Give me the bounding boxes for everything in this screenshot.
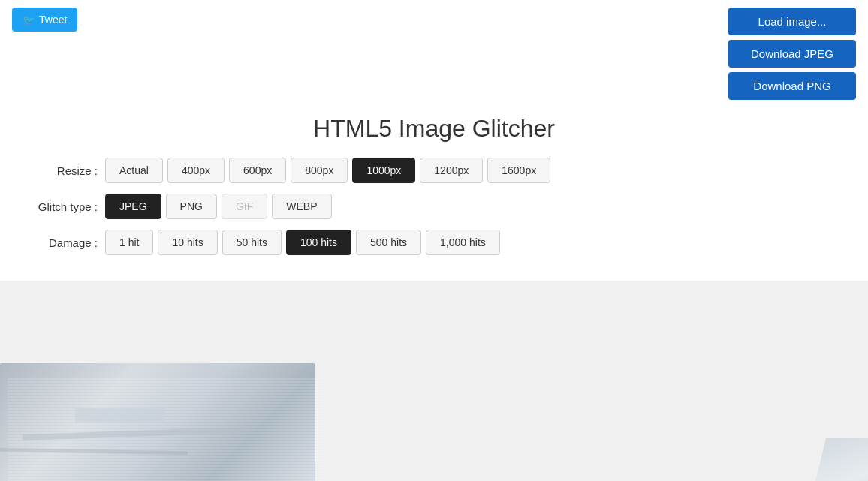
glitch-type-png[interactable]: PNG — [166, 194, 217, 219]
resize-800px[interactable]: 800px — [291, 158, 348, 183]
tweet-button[interactable]: Tweet — [12, 8, 77, 32]
top-bar: Tweet Load image... Download JPEG Downlo… — [0, 0, 868, 107]
glitch-type-row: Glitch type : JPEG PNG GIF WEBP — [23, 194, 845, 219]
damage-10hits[interactable]: 10 hits — [158, 230, 217, 255]
glitch-type-jpeg[interactable]: JPEG — [105, 194, 161, 219]
damage-btn-group: 1 hit 10 hits 50 hits 100 hits 500 hits … — [105, 230, 500, 255]
damage-1hit[interactable]: 1 hit — [105, 230, 153, 255]
resize-600px[interactable]: 600px — [229, 158, 286, 183]
resize-row: Resize : Actual 400px 600px 800px 1000px… — [23, 158, 845, 183]
page-title: HTML5 Image Glitcher — [0, 115, 868, 143]
resize-label: Resize : — [23, 164, 98, 177]
resize-1200px[interactable]: 1200px — [420, 158, 483, 183]
download-jpeg-button[interactable]: Download JPEG — [728, 40, 856, 68]
glitch-image-left — [0, 363, 315, 481]
glitch-block — [75, 408, 165, 423]
glitch-stripe-1 — [23, 427, 248, 440]
load-image-button[interactable]: Load image... — [728, 8, 856, 35]
resize-1000px[interactable]: 1000px — [352, 158, 415, 183]
glitch-type-btn-group: JPEG PNG GIF WEBP — [105, 194, 332, 219]
title-section: HTML5 Image Glitcher — [0, 107, 868, 158]
glitch-stripe-2 — [0, 448, 188, 455]
damage-1000hits[interactable]: 1,000 hits — [426, 230, 500, 255]
resize-btn-group: Actual 400px 600px 800px 1000px 1200px 1… — [105, 158, 550, 183]
damage-100hits[interactable]: 100 hits — [286, 230, 351, 255]
glitch-artifact-right — [808, 438, 868, 481]
right-buttons: Load image... Download JPEG Download PNG — [728, 8, 856, 100]
resize-400px[interactable]: 400px — [167, 158, 225, 183]
glitch-type-gif[interactable]: GIF — [222, 194, 267, 219]
canvas-area — [0, 281, 868, 481]
controls: Resize : Actual 400px 600px 800px 1000px… — [0, 158, 868, 281]
download-png-button[interactable]: Download PNG — [728, 72, 856, 100]
damage-50hits[interactable]: 50 hits — [222, 230, 282, 255]
glitch-type-label: Glitch type : — [23, 200, 98, 213]
resize-actual[interactable]: Actual — [105, 158, 163, 183]
damage-500hits[interactable]: 500 hits — [356, 230, 421, 255]
glitch-type-webp[interactable]: WEBP — [272, 194, 331, 219]
damage-row: Damage : 1 hit 10 hits 50 hits 100 hits … — [23, 230, 845, 255]
resize-1600px[interactable]: 1600px — [487, 158, 550, 183]
damage-label: Damage : — [23, 236, 98, 249]
